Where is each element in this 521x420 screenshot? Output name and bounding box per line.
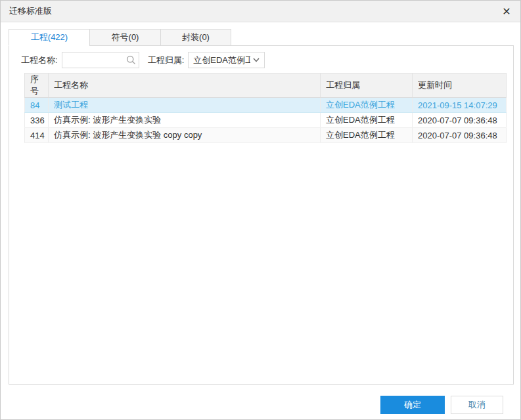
cell-name: 仿真示例: 波形产生变换实验 [49, 113, 321, 128]
project-table-header: 序号 工程名称 工程归属 更新时间 [25, 74, 507, 98]
cell-id: 336 [25, 113, 49, 128]
tab-footprints[interactable]: 封装(0) [160, 29, 231, 46]
close-icon[interactable]: ✕ [499, 5, 514, 19]
project-name-label: 工程名称: [21, 54, 58, 66]
cell-owner: 立创EDA范例工程 [321, 128, 413, 143]
tab-bar: 工程(422) 符号(0) 封装(0) [9, 29, 231, 46]
cell-id: 414 [25, 128, 49, 143]
chevron-down-icon [253, 58, 260, 62]
tab-symbols[interactable]: 符号(0) [89, 29, 160, 46]
project-table-body: 84测试工程立创EDA范例工程2021-09-15 14:07:29336仿真示… [25, 98, 507, 143]
cell-updated: 2020-07-07 09:36:48 [413, 113, 507, 128]
col-header-id: 序号 [25, 74, 49, 98]
cancel-button[interactable]: 取消 [451, 396, 503, 414]
project-owner-label: 工程归属: [148, 54, 185, 66]
content-panel: 工程名称: 工程归属: 立创EDA范例工... [9, 45, 514, 385]
cell-updated: 2021-09-15 14:07:29 [413, 98, 507, 113]
owner-select[interactable]: 立创EDA范例工... [188, 52, 265, 68]
search-icon [126, 55, 136, 65]
tab-projects[interactable]: 工程(422) [9, 29, 89, 46]
cell-owner: 立创EDA范例工程 [321, 98, 413, 113]
col-header-owner: 工程归属 [321, 74, 413, 98]
cell-owner: 立创EDA范例工程 [321, 113, 413, 128]
dialog-title: 迁移标准版 [9, 5, 52, 17]
table-row[interactable]: 414仿真示例: 波形产生变换实验 copy copy立创EDA范例工程2020… [25, 128, 507, 143]
col-header-name: 工程名称 [49, 74, 321, 98]
cell-id: 84 [25, 98, 49, 113]
col-header-updated: 更新时间 [413, 74, 507, 98]
dialog-titlebar: 迁移标准版 [1, 1, 520, 22]
filter-row: 工程名称: 工程归属: 立创EDA范例工... [21, 52, 265, 68]
table-row[interactable]: 336仿真示例: 波形产生变换实验立创EDA范例工程2020-07-07 09:… [25, 113, 507, 128]
table-row[interactable]: 84测试工程立创EDA范例工程2021-09-15 14:07:29 [25, 98, 507, 113]
owner-select-value: 立创EDA范例工... [193, 54, 250, 66]
cell-name: 测试工程 [49, 98, 321, 113]
project-table: 序号 工程名称 工程归属 更新时间 84测试工程立创EDA范例工程2021-09… [24, 73, 507, 143]
cell-updated: 2020-07-07 09:36:48 [413, 128, 507, 143]
cell-name: 仿真示例: 波形产生变换实验 copy copy [49, 128, 321, 143]
migrate-dialog: 迁移标准版 ✕ 工程(422) 符号(0) 封装(0) 工程名称: 工程归属: … [0, 0, 521, 420]
confirm-button[interactable]: 确定 [380, 396, 445, 414]
project-name-search [62, 52, 139, 68]
